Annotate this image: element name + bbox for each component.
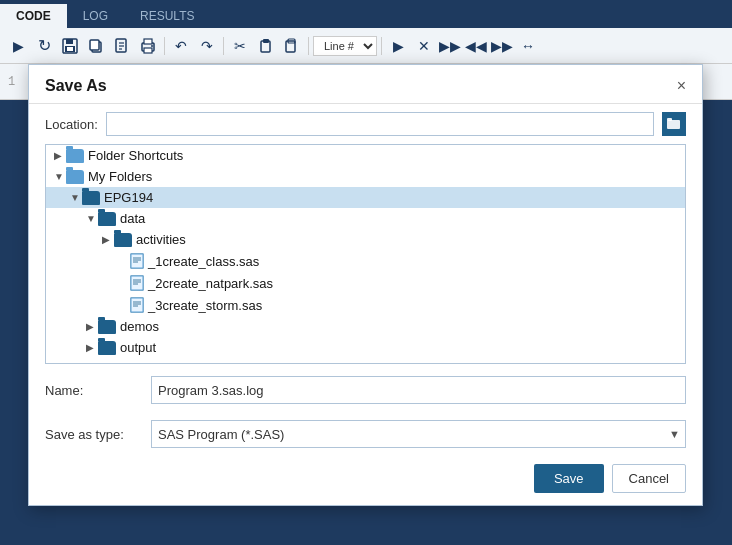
folder-shortcuts-label: Folder Shortcuts [88, 148, 183, 163]
data-icon [98, 212, 116, 226]
paste-icon[interactable] [254, 34, 278, 58]
type-select-wrap: SAS Program (*.SAS) ▼ [151, 420, 686, 448]
dialog-header: Save As × [29, 65, 702, 104]
stop-icon[interactable]: ✕ [412, 34, 436, 58]
type-row: Save as type: SAS Program (*.SAS) ▼ [29, 412, 702, 456]
type-select[interactable]: SAS Program (*.SAS) [151, 420, 686, 448]
file3-icon [130, 297, 144, 313]
svg-rect-1 [66, 39, 73, 44]
arrow-my-folders: ▼ [54, 171, 66, 182]
svg-rect-19 [667, 118, 672, 121]
svg-rect-5 [90, 40, 99, 50]
svg-rect-24 [131, 276, 143, 290]
arrow-data: ▼ [86, 213, 98, 224]
svg-rect-20 [131, 254, 143, 268]
dialog-title: Save As [45, 77, 107, 95]
run-icon[interactable]: ▶ [6, 34, 30, 58]
file2-label: _2create_natpark.sas [148, 276, 273, 291]
svg-rect-28 [131, 298, 143, 312]
activities-label: activities [136, 232, 186, 247]
data-label: data [120, 211, 145, 226]
output-label: output [120, 340, 156, 355]
location-label: Location: [45, 117, 98, 132]
tree-item-file1[interactable]: _1create_class.sas [46, 250, 685, 272]
my-folders-label: My Folders [88, 169, 152, 184]
name-row: Name: [29, 368, 702, 412]
save-button[interactable]: Save [534, 464, 604, 493]
svg-rect-18 [667, 120, 680, 129]
tab-bar: CODE LOG RESULTS [0, 0, 732, 28]
cancel-button[interactable]: Cancel [612, 464, 686, 493]
file3-label: _3create_storm.sas [148, 298, 262, 313]
location-row: Location: [29, 104, 702, 140]
arrow-demos: ▶ [86, 321, 98, 332]
save-icon[interactable] [58, 34, 82, 58]
location-bar [106, 112, 654, 136]
tree-item-file3[interactable]: _3create_storm.sas [46, 294, 685, 316]
svg-rect-15 [263, 39, 269, 43]
svg-rect-3 [67, 47, 73, 51]
svg-rect-11 [144, 39, 152, 44]
tree-item-activities[interactable]: ▶ activities [46, 229, 685, 250]
demos-label: demos [120, 319, 159, 334]
name-label: Name: [45, 383, 135, 398]
arrow-output: ▶ [86, 342, 98, 353]
epg194-icon [82, 191, 100, 205]
undo-icon[interactable]: ↻ [32, 34, 56, 58]
copy-icon[interactable] [84, 34, 108, 58]
name-input[interactable] [151, 376, 686, 404]
arrow-activities: ▶ [102, 234, 114, 245]
run-btn-icon[interactable]: ▶ [386, 34, 410, 58]
type-label: Save as type: [45, 427, 135, 442]
next-icon[interactable]: ▶▶ [490, 34, 514, 58]
location-folder-button[interactable] [662, 112, 686, 136]
file-tree[interactable]: ▶ Folder Shortcuts ▼ My Folders ▼ EPG194… [45, 144, 686, 364]
tab-log[interactable]: LOG [67, 4, 124, 28]
close-button[interactable]: × [677, 78, 686, 94]
undo-arrow-icon[interactable]: ↶ [169, 34, 193, 58]
tree-item-demos[interactable]: ▶ demos [46, 316, 685, 337]
arrow-folder-shortcuts: ▶ [54, 150, 66, 161]
print-icon[interactable] [136, 34, 160, 58]
sep-2 [223, 37, 224, 55]
activities-icon [114, 233, 132, 247]
svg-point-13 [151, 45, 153, 47]
expand-icon[interactable]: ↔ [516, 34, 540, 58]
svg-rect-12 [144, 48, 152, 53]
output-icon [98, 341, 116, 355]
prev-icon[interactable]: ◀◀ [464, 34, 488, 58]
save-as-dialog: Save As × Location: ▶ Folder Shortcuts ▼… [28, 64, 703, 506]
file1-label: _1create_class.sas [148, 254, 259, 269]
tree-item-output[interactable]: ▶ output [46, 337, 685, 358]
cut-icon[interactable]: ✂ [228, 34, 252, 58]
sep-4 [381, 37, 382, 55]
tree-item-folder-shortcuts[interactable]: ▶ Folder Shortcuts [46, 145, 685, 166]
format-icon[interactable] [280, 34, 304, 58]
new-icon[interactable] [110, 34, 134, 58]
redo-arrow-icon[interactable]: ↷ [195, 34, 219, 58]
tab-results[interactable]: RESULTS [124, 4, 210, 28]
demos-icon [98, 320, 116, 334]
file1-icon [130, 253, 144, 269]
tab-code[interactable]: CODE [0, 4, 67, 28]
toolbar: ▶ ↻ ↶ ↷ ✂ Line # ▶ ✕ ▶▶ ◀◀ ▶▶ ↔ [0, 28, 732, 64]
file2-icon [130, 275, 144, 291]
sep-3 [308, 37, 309, 55]
my-folders-icon [66, 170, 84, 184]
epg194-label: EPG194 [104, 190, 153, 205]
step-icon[interactable]: ▶▶ [438, 34, 462, 58]
folder-shortcuts-icon [66, 149, 84, 163]
tree-item-epg194[interactable]: ▼ EPG194 [46, 187, 685, 208]
tree-item-data[interactable]: ▼ data [46, 208, 685, 229]
sep-1 [164, 37, 165, 55]
line-number-dropdown[interactable]: Line # [313, 36, 377, 56]
arrow-epg194: ▼ [70, 192, 82, 203]
dialog-footer: Save Cancel [29, 456, 702, 505]
line-number: 1 [8, 75, 15, 89]
tree-item-file2[interactable]: _2create_natpark.sas [46, 272, 685, 294]
tree-item-my-folders[interactable]: ▼ My Folders [46, 166, 685, 187]
